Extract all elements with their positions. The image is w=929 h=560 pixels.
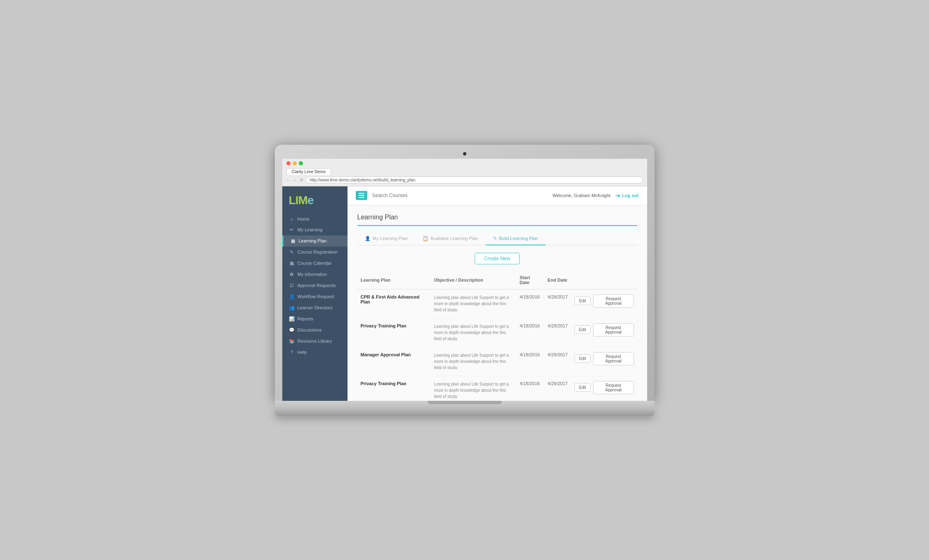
table-body: CPR & First Aids Advanced Plan Learning … [357, 289, 637, 401]
address-bar[interactable]: http://www.lime-demo.claritydemo.net/bui… [305, 176, 643, 184]
plan-name: Privacy Training Plan [361, 381, 428, 386]
start-date: 4/18/2016 [520, 323, 540, 328]
nav-icon-approval-requests: ☑ [289, 283, 295, 288]
close-window-btn[interactable] [286, 161, 291, 165]
table-row: Manager Approval Plan Learning plan abou… [357, 347, 637, 376]
actions-cell: Edit Request Approval [571, 289, 637, 318]
nav-label-learner-directory: Learner Directory [298, 305, 333, 310]
table-row: CPR & First Aids Advanced Plan Learning … [357, 289, 637, 318]
nav-icon-learner-directory: 👥 [289, 305, 295, 311]
traffic-lights [286, 161, 643, 165]
sidebar-item-my-learning[interactable]: ✏ My Learning [282, 224, 347, 235]
nav-icon-reports: 📊 [289, 316, 295, 322]
page-content: Learning Plan 👤 My Learning Plan 📋 Avail… [347, 205, 647, 401]
nav-icon-course-calendar: ▦ [289, 261, 295, 266]
actions-cell: Edit Request Approval [571, 318, 637, 347]
action-buttons: Edit Request Approval [574, 381, 634, 394]
sidebar-item-help[interactable]: ? Help [282, 347, 347, 358]
nav-icon-help: ? [289, 350, 295, 355]
nav-label-my-learning: My Learning [298, 227, 323, 232]
screen: Clarity Lime Demo ← → ↺ http://www.lime-… [282, 159, 647, 401]
col-header-plan: Learning Plan [357, 273, 431, 289]
actions-cell: Edit Request Approval [571, 347, 637, 376]
sidebar-item-learning-plan[interactable]: ▦ Learning Plan [282, 235, 347, 247]
sidebar-item-learner-directory[interactable]: 👥 Learner Directory [282, 302, 347, 313]
nav-icon-course-registration: ✎ [289, 249, 295, 255]
laptop-base [275, 401, 655, 410]
edit-button[interactable]: Edit [574, 383, 591, 392]
request-approval-button[interactable]: Request Approval [593, 323, 634, 336]
plan-name-cell: Privacy Training Plan [357, 318, 431, 347]
nav-label-course-calendar: Course Calendar [298, 261, 332, 266]
nav-label-home: Home [298, 216, 310, 221]
tab-icon-build-learning-plan: ✎ [493, 236, 497, 241]
sidebar-item-resource-library[interactable]: 📚 Resource Library [282, 336, 347, 347]
nav-icon-learning-plan: ▦ [290, 238, 296, 244]
camera [463, 152, 466, 155]
app-main: Welcome, Graham McKnight ⇥ Log out Learn… [347, 186, 647, 401]
request-approval-button[interactable]: Request Approval [593, 294, 634, 308]
sidebar-item-course-registration[interactable]: ✎ Course Registration [282, 247, 347, 258]
plan-desc-cell: Learning plan about Life Support to get … [431, 289, 516, 318]
nav-icon-discussions: 💬 [289, 327, 295, 333]
edit-button[interactable]: Edit [574, 354, 591, 363]
start-date-cell: 4/18/2016 [516, 376, 544, 401]
nav-back-btn[interactable]: ← [286, 178, 291, 182]
sidebar: LIMe ⌂ Home ✏ My Learning ▦ Learning Pla… [282, 186, 347, 401]
nav-label-reports: Reports [298, 316, 314, 321]
nav-icon-my-information: ✿ [289, 272, 295, 277]
nav-label-discussions: Discussions [298, 327, 322, 332]
menu-toggle-btn[interactable] [356, 191, 367, 200]
sidebar-item-my-information[interactable]: ✿ My information [282, 269, 347, 280]
sidebar-item-course-calendar[interactable]: ▦ Course Calendar [282, 258, 347, 269]
tab-label-my-learning-plan: My Learning Plan [373, 236, 408, 241]
logout-btn[interactable]: ⇥ Log out [615, 193, 638, 199]
start-date-cell: 4/18/2016 [516, 289, 544, 318]
start-date: 4/18/2016 [520, 294, 540, 299]
laptop-bottom [275, 410, 655, 416]
end-date-cell: 4/29/2017 [544, 347, 571, 376]
browser-tab[interactable]: Clarity Lime Demo [286, 168, 331, 175]
start-date-cell: 4/18/2016 [516, 347, 544, 376]
plan-desc-cell: Learning plan about Life Support to get … [431, 376, 516, 401]
minimize-window-btn[interactable] [293, 161, 297, 165]
action-buttons: Edit Request Approval [574, 352, 634, 365]
sidebar-nav: ⌂ Home ✏ My Learning ▦ Learning Plan ✎ C… [282, 214, 347, 358]
tab-build-learning-plan[interactable]: ✎ Build Learning Plan [486, 233, 546, 245]
tabs-row: 👤 My Learning Plan 📋 Available Learning … [357, 233, 637, 245]
nav-forward-btn[interactable]: → [293, 178, 297, 182]
tab-my-learning-plan[interactable]: 👤 My Learning Plan [357, 233, 416, 245]
start-date: 4/18/2016 [520, 381, 540, 386]
nav-label-workflow-request: Workflow Request [298, 294, 334, 299]
nav-icon-workflow-request: 👤 [289, 294, 295, 299]
plan-name-cell: Manager Approval Plan [357, 347, 431, 376]
plan-desc-cell: Learning plan about Life Support to get … [431, 318, 516, 347]
table-row: Privacy Training Plan Learning plan abou… [357, 318, 637, 347]
nav-reload-btn[interactable]: ↺ [300, 178, 303, 182]
action-buttons: Edit Request Approval [574, 323, 634, 336]
sidebar-item-discussions[interactable]: 💬 Discussions [282, 325, 347, 336]
end-date-cell: 4/29/2017 [544, 318, 571, 347]
search-input[interactable] [367, 193, 553, 198]
end-date-cell: 4/29/2017 [544, 289, 571, 318]
edit-button[interactable]: Edit [574, 325, 591, 334]
sidebar-item-home[interactable]: ⌂ Home [282, 214, 347, 224]
maximize-window-btn[interactable] [299, 161, 303, 165]
sidebar-item-reports[interactable]: 📊 Reports [282, 313, 347, 325]
actions-cell: Edit Request Approval [571, 376, 637, 401]
plan-description: Learning plan about Life Support to get … [434, 294, 513, 313]
create-new-button[interactable]: Create New [475, 253, 520, 264]
sidebar-item-approval-requests[interactable]: ☑ Approval Requests [282, 280, 347, 291]
plan-name: CPR & First Aids Advanced Plan [361, 294, 428, 304]
request-approval-button[interactable]: Request Approval [593, 381, 634, 394]
sidebar-item-workflow-request[interactable]: 👤 Workflow Request [282, 291, 347, 302]
addressbar-row: ← → ↺ http://www.lime-demo.claritydemo.n… [286, 176, 643, 184]
learning-plan-table: Learning PlanObjective / DescriptionStar… [357, 273, 637, 401]
request-approval-button[interactable]: Request Approval [593, 352, 634, 365]
edit-button[interactable]: Edit [574, 296, 591, 305]
end-date: 4/29/2017 [548, 294, 568, 299]
plan-description: Learning plan about Life Support to get … [434, 323, 513, 342]
app-logo: LIMe [282, 191, 347, 214]
welcome-text: Welcome, Graham McKnight [553, 193, 610, 198]
tab-available-learning-plan[interactable]: 📋 Available Learning Plan [415, 233, 485, 245]
